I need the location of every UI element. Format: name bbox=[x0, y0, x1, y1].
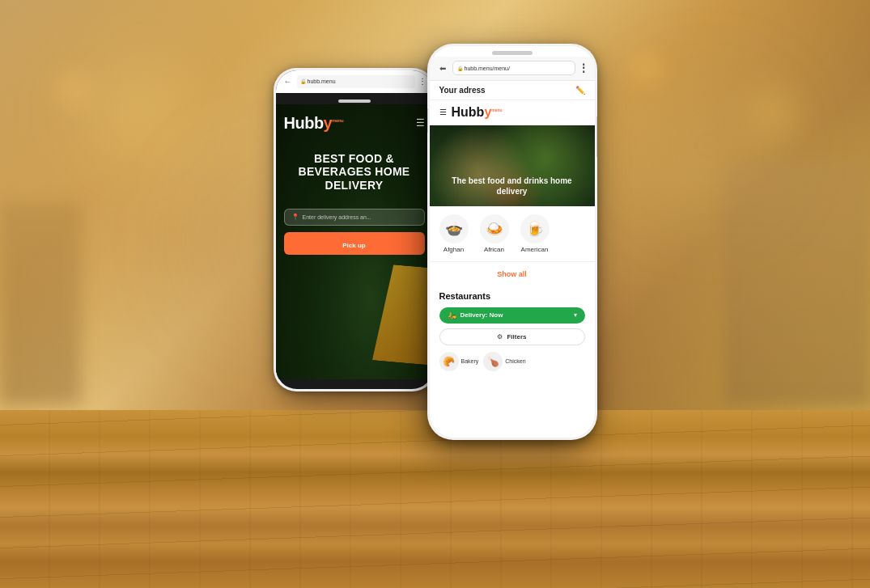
chip-chicken[interactable]: 🍗 Chicken bbox=[483, 352, 525, 371]
filter-sliders-icon: ⚙ bbox=[497, 333, 503, 341]
front-browser-back-btn[interactable]: ⬅ bbox=[436, 61, 449, 74]
front-logo: Hubbymenu bbox=[452, 105, 503, 120]
front-hamburger-icon[interactable]: ☰ bbox=[439, 108, 447, 116]
front-hero-text: The best food and drinks home delivery bbox=[439, 176, 585, 197]
front-menu-badge: menu bbox=[491, 107, 502, 112]
back-browser-more-btn[interactable]: ⋮ bbox=[418, 77, 427, 86]
chip-emoji-bakery: 🥐 bbox=[439, 352, 459, 371]
front-address-text: Your adress bbox=[439, 86, 486, 95]
delivery-text: Delivery: Now bbox=[460, 311, 503, 319]
front-speaker bbox=[492, 51, 533, 55]
back-address-bar[interactable]: 📍 Enter delivery address an... bbox=[284, 209, 425, 226]
front-hero-image: The best food and drinks home delivery bbox=[430, 125, 595, 206]
front-lock-icon: 🔒 bbox=[457, 66, 463, 71]
chip-label-bakery: Bakery bbox=[461, 358, 479, 364]
back-pickup-text: Pick up bbox=[342, 242, 365, 249]
category-label-afghan: Afghan bbox=[443, 246, 464, 253]
back-hero-section: BEST FOOD & BEVERAGES HOME DELIVERY bbox=[276, 136, 433, 202]
category-label-african: African bbox=[484, 246, 504, 253]
category-item-american[interactable]: 🍺 American bbox=[520, 214, 550, 253]
front-restaurants-section: Restaurants 🛵 Delivery: Now ▾ ⚙ Filters bbox=[430, 285, 595, 374]
front-power-button bbox=[596, 116, 597, 157]
back-browser-bar: ← 🔒 hubb.menu ⋮ bbox=[276, 70, 433, 93]
chip-bakery[interactable]: 🥐 Bakery bbox=[439, 352, 479, 371]
scene: ← 🔒 hubb.menu ⋮ bbox=[0, 0, 870, 588]
category-emoji-afghan: 🍲 bbox=[439, 214, 469, 243]
category-label-american: American bbox=[521, 246, 549, 253]
front-volume-button bbox=[427, 108, 428, 133]
chip-emoji-chicken: 🍗 bbox=[483, 352, 503, 371]
edit-icon[interactable]: ✏️ bbox=[575, 86, 585, 95]
back-lock-icon: 🔒 bbox=[300, 78, 306, 84]
phone-front-screen-wrapper: ⬅ 🔒 hubb.menu/menu/ ⋮ Your adress ✏️ ☰ bbox=[430, 46, 595, 438]
back-screen-content: Hubbymenu ☰ BEST FOOD & BEVERAGES HOME D… bbox=[276, 104, 433, 379]
restaurant-category-chips: 🥐 Bakery 🍗 Chicken bbox=[439, 352, 585, 371]
back-logo: Hubbymenu bbox=[284, 114, 344, 133]
back-menu-badge: menu bbox=[332, 118, 343, 123]
phone-front: ⬅ 🔒 hubb.menu/menu/ ⋮ Your adress ✏️ ☰ bbox=[427, 44, 597, 440]
back-logo-row: Hubbymenu ☰ bbox=[276, 104, 433, 136]
show-all-container[interactable]: Show all bbox=[430, 262, 595, 285]
category-emoji-american: 🍺 bbox=[520, 214, 550, 243]
back-notch bbox=[276, 93, 433, 104]
back-hero-title: BEST FOOD & BEVERAGES HOME DELIVERY bbox=[284, 152, 425, 192]
back-pickup-button[interactable]: Pick up bbox=[284, 232, 425, 255]
category-item-african[interactable]: 🍛 African bbox=[480, 214, 509, 253]
phones-container: ← 🔒 hubb.menu ⋮ bbox=[265, 44, 605, 513]
delivery-chevron-icon: ▾ bbox=[574, 311, 577, 319]
delivery-btn-left: 🛵 Delivery: Now bbox=[448, 311, 503, 319]
front-browser-more-btn[interactable]: ⋮ bbox=[579, 62, 588, 74]
delivery-scooter-icon: 🛵 bbox=[448, 311, 456, 319]
back-url-text: hubb.menu bbox=[308, 78, 336, 84]
back-speaker bbox=[338, 99, 371, 103]
pin-icon: 📍 bbox=[291, 214, 299, 221]
back-url-bar[interactable]: 🔒 hubb.menu bbox=[297, 75, 415, 88]
delivery-now-button[interactable]: 🛵 Delivery: Now ▾ bbox=[439, 307, 585, 324]
filters-button[interactable]: ⚙ Filters bbox=[439, 328, 585, 345]
phone-back-screen-wrapper: ← 🔒 hubb.menu ⋮ bbox=[276, 70, 433, 389]
show-all-text: Show all bbox=[497, 270, 527, 278]
back-address-placeholder: Enter delivery address an... bbox=[303, 214, 371, 220]
front-logo-v: y bbox=[484, 105, 491, 119]
chip-label-chicken: Chicken bbox=[505, 358, 525, 364]
category-emoji-african: 🍛 bbox=[480, 214, 509, 243]
front-url-text: hubb.menu/menu/ bbox=[465, 66, 510, 71]
front-browser-bar: ⬅ 🔒 hubb.menu/menu/ ⋮ bbox=[430, 57, 595, 81]
front-address-bar[interactable]: Your adress ✏️ bbox=[430, 81, 595, 100]
phone-back: ← 🔒 hubb.menu ⋮ bbox=[274, 68, 435, 391]
category-item-afghan[interactable]: 🍲 Afghan bbox=[439, 214, 469, 253]
front-header: ☰ Hubbymenu bbox=[430, 100, 595, 125]
back-browser-back-btn[interactable]: ← bbox=[282, 76, 294, 87]
back-hamburger-icon[interactable]: ☰ bbox=[416, 117, 425, 129]
front-categories: 🍲 Afghan 🍛 African 🍺 American bbox=[430, 206, 595, 262]
front-url-bar[interactable]: 🔒 hubb.menu/menu/ bbox=[452, 61, 575, 75]
back-logo-text: Hubbymenu bbox=[284, 114, 344, 132]
restaurants-title: Restaurants bbox=[439, 291, 585, 301]
filters-text: Filters bbox=[507, 333, 526, 341]
